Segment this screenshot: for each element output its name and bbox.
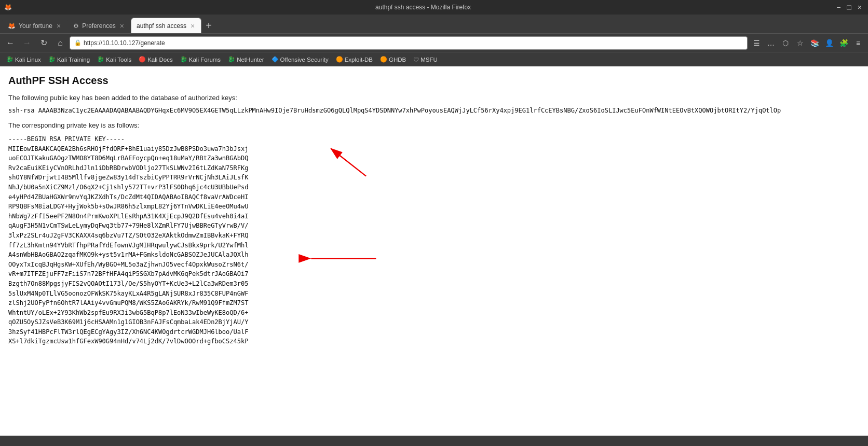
bookmark-ghdb-label: GHDB: [389, 57, 406, 63]
tabbar: 🦊 Your fortune × ⚙ Preferences × authpf …: [0, 15, 868, 33]
titlebar-left: 🦊: [4, 4, 12, 11]
kali-training-icon: 🐉: [48, 56, 56, 63]
bookmark-offensive-security-label: Offensive Security: [280, 57, 329, 63]
tab-fortune-icon: 🦊: [8, 22, 16, 30]
star-button[interactable]: ☆: [793, 36, 807, 50]
page-title: AuthPF SSH Access: [8, 75, 860, 87]
new-tab-button[interactable]: +: [201, 18, 216, 33]
bookmark-kali-training-label: Kali Training: [57, 57, 90, 63]
bookmark-kali-linux-label: Kali Linux: [15, 57, 41, 63]
secure-icon: 🔒: [74, 39, 82, 46]
tab-preferences-icon: ⚙: [73, 22, 79, 30]
reload-button[interactable]: ↻: [36, 36, 51, 50]
tab-fortune-label: Your fortune: [19, 22, 52, 30]
tab-fortune-close[interactable]: ×: [56, 22, 62, 30]
statusbar: [0, 436, 868, 446]
bookmark-msfu[interactable]: 🛡 MSFU: [410, 55, 441, 64]
nethunter-icon: 🐉: [228, 56, 235, 63]
bookmark-kali-docs-label: Kali Docs: [147, 57, 173, 63]
tab-authpf[interactable]: authpf ssh access ×: [131, 18, 201, 33]
bookmark-kali-tools-label: Kali Tools: [106, 57, 131, 63]
tab-authpf-close[interactable]: ×: [189, 22, 196, 30]
intro-text: The following public key has been added …: [8, 94, 860, 102]
offensive-security-icon: 🔷: [272, 56, 279, 63]
ssh-public-key: ssh-rsa AAAAB3NzaC1yc2EAAAADAQABAABAQDYG…: [8, 107, 860, 114]
hamburger-button[interactable]: ≡: [851, 36, 865, 50]
content-area: AuthPF SSH Access The following public k…: [0, 66, 868, 436]
more-button[interactable]: …: [764, 36, 778, 50]
kali-docs-icon: 🔴: [139, 56, 146, 63]
pocket-button[interactable]: ⬡: [779, 36, 792, 50]
bookmark-exploit-db-label: Exploit-DB: [345, 57, 373, 63]
extension-button[interactable]: 🧩: [837, 36, 850, 50]
bookmark-ghdb[interactable]: 🟠 GHDB: [377, 55, 409, 64]
url-text: https://10.10.10.127/generate: [84, 39, 743, 47]
bookmark-nethunter[interactable]: 🐉 NetHunter: [225, 55, 267, 64]
tab-fortune[interactable]: 🦊 Your fortune ×: [2, 18, 67, 33]
bookmark-msfu-label: MSFU: [421, 57, 438, 63]
tab-preferences-label: Preferences: [82, 22, 116, 30]
bookmark-offensive-security[interactable]: 🔷 Offensive Security: [268, 55, 332, 64]
tab-preferences[interactable]: ⚙ Preferences ×: [67, 18, 131, 33]
profile-button[interactable]: 👤: [822, 36, 836, 50]
library-button[interactable]: 📚: [808, 36, 821, 50]
kali-linux-icon: 🐉: [6, 56, 13, 63]
bookmarks-sidebar-button[interactable]: ☰: [750, 36, 763, 50]
bookmark-exploit-db[interactable]: 🟠 Exploit-DB: [333, 55, 376, 64]
address-bar[interactable]: 🔒 https://10.10.10.127/generate: [70, 36, 748, 50]
kali-tools-icon: 🐉: [97, 56, 104, 63]
bookmark-kali-forums-label: Kali Forums: [189, 57, 221, 63]
forward-button[interactable]: →: [20, 36, 34, 50]
minimize-button[interactable]: −: [834, 3, 843, 11]
tab-preferences-close[interactable]: ×: [119, 22, 125, 30]
exploit-db-icon: 🟠: [336, 56, 343, 63]
ghdb-icon: 🟠: [380, 56, 387, 63]
bookmarks-bar: 🐉 Kali Linux 🐉 Kali Training 🐉 Kali Tool…: [0, 52, 868, 66]
close-button[interactable]: ×: [856, 3, 864, 11]
titlebar-controls[interactable]: − □ ×: [834, 3, 864, 11]
bookmark-kali-docs[interactable]: 🔴 Kali Docs: [135, 55, 176, 64]
nav-right-buttons: ☰ … ⬡ ☆ 📚 👤 🧩 ≡: [750, 36, 865, 50]
kali-forums-icon: 🐉: [180, 56, 187, 63]
titlebar-title: authpf ssh access - Mozilla Firefox: [12, 4, 834, 11]
bookmark-nethunter-label: NetHunter: [237, 57, 264, 63]
bookmark-kali-linux[interactable]: 🐉 Kali Linux: [3, 55, 44, 64]
firefox-icon: 🦊: [4, 4, 12, 11]
tab-authpf-label: authpf ssh access: [137, 22, 186, 30]
bookmark-kali-forums[interactable]: 🐉 Kali Forums: [177, 55, 224, 64]
titlebar: 🦊 authpf ssh access - Mozilla Firefox − …: [0, 0, 868, 15]
home-button[interactable]: ⌂: [53, 36, 67, 50]
bookmark-kali-tools[interactable]: 🐉 Kali Tools: [94, 55, 134, 64]
navbar: ← → ↻ ⌂ 🔒 https://10.10.10.127/generate …: [0, 33, 868, 52]
private-key-intro: The corresponding private key is as foll…: [8, 121, 860, 129]
back-button[interactable]: ←: [3, 36, 18, 50]
bookmark-kali-training[interactable]: 🐉 Kali Training: [45, 55, 93, 64]
maximize-button[interactable]: □: [845, 3, 853, 11]
msfu-icon: 🛡: [413, 57, 419, 63]
private-key-block: -----BEGIN RSA PRIVATE KEY----- MIIEowIB…: [8, 134, 860, 346]
